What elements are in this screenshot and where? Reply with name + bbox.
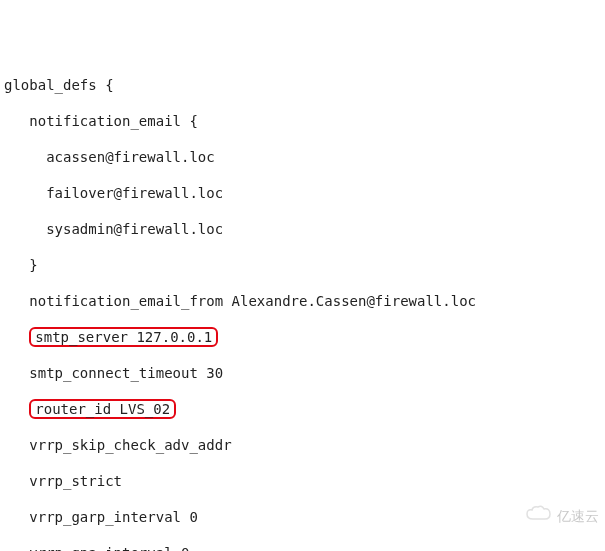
cfg-line: vrrp_skip_check_adv_addr — [4, 436, 601, 454]
highlight-box: router_id LVS_02 — [29, 399, 176, 419]
watermark-text: 亿速云 — [557, 507, 599, 525]
cfg-line-hl: router_id LVS_02 — [4, 400, 601, 418]
cfg-line: smtp_connect_timeout 30 — [4, 364, 601, 382]
cfg-line-hl: smtp_server 127.0.0.1 — [4, 328, 601, 346]
highlight-box: smtp_server 127.0.0.1 — [29, 327, 218, 347]
watermark: 亿速云 — [509, 487, 599, 545]
cfg-line: notification_email_from Alexandre.Cassen… — [4, 292, 601, 310]
cfg-line: notification_email { — [4, 112, 601, 130]
cfg-line: vrrp_gna_interval 0 — [4, 544, 601, 551]
cfg-line: } — [4, 256, 601, 274]
cfg-line: acassen@firewall.loc — [4, 148, 601, 166]
cfg-line: global_defs { — [4, 76, 601, 94]
cfg-line: failover@firewall.loc — [4, 184, 601, 202]
cloud-icon — [509, 487, 553, 545]
cfg-line: sysadmin@firewall.loc — [4, 220, 601, 238]
